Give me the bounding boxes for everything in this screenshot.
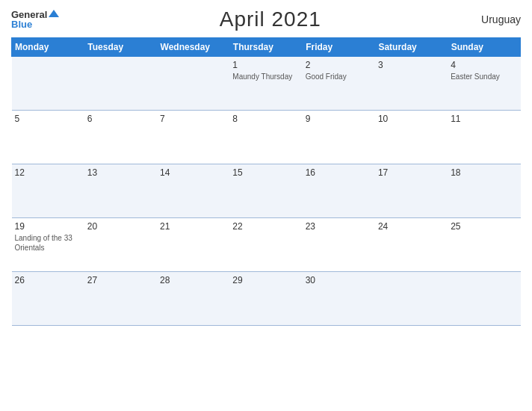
day-number: 19 — [15, 221, 81, 232]
calendar-cell: 6 — [84, 111, 157, 164]
column-header-friday: Friday — [303, 38, 375, 57]
calendar-cell: 16 — [303, 164, 375, 218]
holiday-name: Good Friday — [306, 72, 372, 81]
calendar-container: General Blue April 2021 Uruguay MondayTu… — [0, 0, 532, 411]
day-number: 26 — [15, 275, 81, 285]
day-number: 1 — [232, 60, 299, 70]
calendar-cell: 30 — [303, 272, 375, 326]
calendar-header-row: MondayTuesdayWednesdayThursdayFridaySatu… — [12, 38, 521, 57]
day-number: 3 — [378, 60, 445, 70]
calendar-cell: 7 — [157, 111, 229, 164]
calendar-cell: 11 — [448, 111, 520, 164]
calendar-cell: 14 — [157, 164, 229, 218]
calendar-cell — [448, 272, 520, 326]
day-number: 28 — [160, 275, 226, 285]
day-number: 7 — [160, 114, 226, 124]
day-number: 14 — [160, 167, 226, 178]
calendar-cell — [157, 57, 229, 111]
holiday-name: Landing of the 33 Orientals — [15, 233, 81, 253]
calendar-cell: 21 — [157, 218, 229, 272]
calendar-cell: 18 — [448, 164, 520, 218]
calendar-cell: 1Maundy Thursday — [229, 57, 302, 111]
day-number: 8 — [232, 114, 299, 124]
calendar-cell: 3 — [375, 57, 448, 111]
calendar-cell: 27 — [84, 272, 157, 326]
logo-triangle-icon — [49, 10, 59, 17]
calendar-cell: 9 — [303, 111, 375, 164]
day-number: 21 — [160, 221, 226, 232]
week-row-5: 2627282930 — [12, 272, 521, 326]
month-title: April 2021 — [220, 7, 321, 31]
calendar-cell: 23 — [303, 218, 375, 272]
day-number: 17 — [378, 167, 445, 178]
calendar-cell: 20 — [84, 218, 157, 272]
country-name: Uruguay — [481, 13, 521, 25]
calendar-cell: 29 — [229, 272, 302, 326]
calendar-cell: 10 — [375, 111, 448, 164]
day-number: 20 — [87, 221, 154, 232]
calendar-cell: 2Good Friday — [303, 57, 375, 111]
calendar-cell: 5 — [12, 111, 84, 164]
column-header-tuesday: Tuesday — [84, 38, 157, 57]
day-number: 23 — [306, 221, 372, 232]
day-number: 24 — [378, 221, 445, 232]
calendar-cell — [375, 272, 448, 326]
day-number: 13 — [87, 167, 154, 178]
day-number: 2 — [306, 60, 372, 70]
day-number: 10 — [378, 114, 445, 124]
logo: General Blue — [11, 10, 59, 29]
calendar-cell: 12 — [12, 164, 84, 218]
holiday-name: Maundy Thursday — [232, 72, 299, 81]
calendar-cell — [84, 57, 157, 111]
day-number: 27 — [87, 275, 154, 285]
column-header-sunday: Sunday — [448, 38, 520, 57]
week-row-1: 1Maundy Thursday2Good Friday34Easter Sun… — [12, 57, 521, 111]
holiday-name: Easter Sunday — [451, 72, 517, 81]
day-number: 11 — [451, 114, 517, 124]
logo-blue-text: Blue — [11, 19, 32, 29]
week-row-2: 567891011 — [12, 111, 521, 164]
day-number: 6 — [87, 114, 154, 124]
calendar-cell: 26 — [12, 272, 84, 326]
column-header-wednesday: Wednesday — [157, 38, 229, 57]
calendar-header: General Blue April 2021 Uruguay — [11, 7, 521, 31]
calendar-cell: 25 — [448, 218, 520, 272]
day-number: 9 — [306, 114, 372, 124]
day-number: 30 — [306, 275, 372, 285]
day-number: 12 — [15, 167, 81, 178]
calendar-cell: 28 — [157, 272, 229, 326]
calendar-cell: 17 — [375, 164, 448, 218]
day-number: 5 — [15, 114, 81, 124]
week-row-4: 19Landing of the 33 Orientals20212223242… — [12, 218, 521, 272]
day-number: 22 — [232, 221, 299, 232]
day-number: 25 — [451, 221, 517, 232]
week-row-3: 12131415161718 — [12, 164, 521, 218]
calendar-cell: 24 — [375, 218, 448, 272]
calendar-cell: 19Landing of the 33 Orientals — [12, 218, 84, 272]
column-header-saturday: Saturday — [375, 38, 448, 57]
calendar-cell: 13 — [84, 164, 157, 218]
calendar-table: MondayTuesdayWednesdayThursdayFridaySatu… — [11, 37, 521, 326]
calendar-cell: 15 — [229, 164, 302, 218]
calendar-cell: 4Easter Sunday — [448, 57, 520, 111]
calendar-cell: 22 — [229, 218, 302, 272]
calendar-cell — [12, 57, 84, 111]
day-number: 18 — [451, 167, 517, 178]
day-number: 4 — [451, 60, 517, 70]
column-header-thursday: Thursday — [229, 38, 302, 57]
day-number: 16 — [306, 167, 372, 178]
calendar-cell: 8 — [229, 111, 302, 164]
column-header-monday: Monday — [12, 38, 84, 57]
day-number: 29 — [232, 275, 299, 285]
day-number: 15 — [232, 167, 299, 178]
